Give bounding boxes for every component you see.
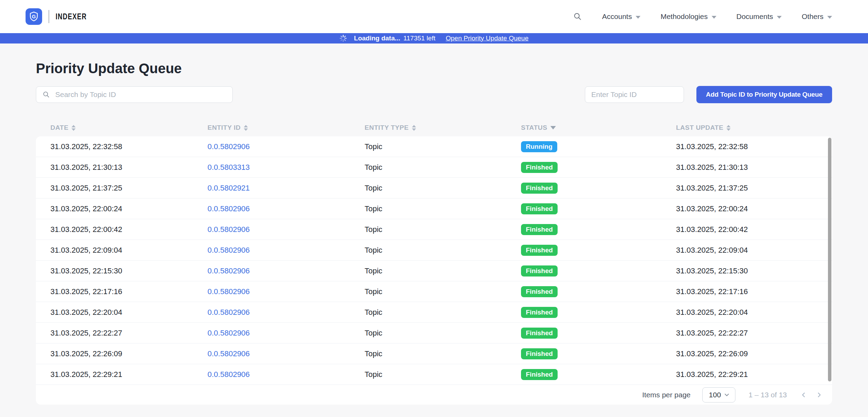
status-badge: Finished: [521, 348, 558, 359]
page-title: Priority Update Queue: [36, 61, 832, 76]
column-label: ENTITY TYPE: [365, 124, 409, 132]
status-badge: Finished: [521, 162, 558, 173]
date-cell: 31.03.2025, 22:15:30: [50, 266, 208, 275]
main-content: Priority Update Queue Add Topic ID to Pr…: [0, 61, 868, 405]
entity-id-link[interactable]: 0.0.5802906: [208, 204, 250, 213]
entity-id-link[interactable]: 0.0.5802906: [208, 329, 250, 337]
brand-divider: [48, 10, 49, 23]
column-label: STATUS: [521, 124, 547, 132]
topic-search-input[interactable]: [55, 90, 226, 99]
status-badge: Finished: [521, 245, 558, 256]
chevron-down-icon: [777, 16, 782, 19]
entity-id-link[interactable]: 0.0.5803313: [208, 163, 250, 172]
queue-table-card: 31.03.2025, 22:32:58 0.0.5802906 Topic R…: [36, 136, 832, 405]
status-badge: Finished: [521, 286, 558, 297]
table-scrollbar[interactable]: [828, 138, 831, 381]
chevron-down-icon: [827, 16, 832, 19]
table-body: 31.03.2025, 22:32:58 0.0.5802906 Topic R…: [36, 136, 832, 385]
entity-id-link[interactable]: 0.0.5802906: [208, 370, 250, 379]
nav-item-documents[interactable]: Documents: [736, 12, 782, 21]
entity-type-cell: Topic: [365, 329, 521, 338]
search-icon: [42, 91, 50, 98]
items-per-page-label: Items per page: [642, 391, 691, 399]
entity-id-link[interactable]: 0.0.5802906: [208, 287, 250, 296]
entity-type-cell: Topic: [365, 204, 521, 213]
topic-search-box[interactable]: [36, 86, 233, 103]
sort-icon: [71, 125, 76, 131]
last-update-cell: 31.03.2025, 22:29:21: [676, 370, 818, 379]
chevron-down-icon: [723, 391, 730, 398]
status-badge: Finished: [521, 203, 558, 214]
entity-id-link[interactable]: 0.0.5802906: [208, 308, 250, 317]
entity-id-link[interactable]: 0.0.5802906: [208, 225, 250, 234]
prev-page-button[interactable]: [799, 390, 809, 400]
entity-id-link[interactable]: 0.0.5802906: [208, 349, 250, 358]
last-update-cell: 31.03.2025, 22:17:16: [676, 287, 818, 296]
table-row: 31.03.2025, 22:15:30 0.0.5802906 Topic F…: [36, 261, 832, 281]
entity-type-cell: Topic: [365, 184, 521, 193]
table-row: 31.03.2025, 22:20:04 0.0.5802906 Topic F…: [36, 302, 832, 323]
enter-topic-id-input[interactable]: [585, 86, 684, 103]
next-page-button[interactable]: [814, 390, 824, 400]
app-logo[interactable]: G: [26, 8, 42, 25]
last-update-cell: 31.03.2025, 22:00:42: [676, 225, 818, 234]
page-size-select[interactable]: 100: [702, 387, 735, 403]
entity-type-cell: Topic: [365, 287, 521, 296]
table-row: 31.03.2025, 22:17:16 0.0.5802906 Topic F…: [36, 281, 832, 302]
status-badge: Finished: [521, 183, 558, 194]
date-cell: 31.03.2025, 22:32:58: [50, 142, 208, 151]
column-header[interactable]: LAST UPDATE: [676, 124, 818, 132]
column-header[interactable]: ENTITY ID: [208, 124, 365, 132]
entity-id-link[interactable]: 0.0.5802906: [208, 246, 250, 254]
entity-type-cell: Topic: [365, 163, 521, 172]
add-topic-button[interactable]: Add Topic ID to Priority Update Queue: [696, 86, 832, 103]
table-row: 31.03.2025, 22:00:42 0.0.5802906 Topic F…: [36, 219, 832, 240]
banner-count-text: 117351 left: [403, 35, 435, 42]
date-cell: 31.03.2025, 22:22:27: [50, 329, 208, 338]
nav-label: Methodologies: [660, 12, 708, 21]
spinner-icon: [339, 35, 347, 42]
nav-label: Others: [802, 12, 823, 21]
entity-type-cell: Topic: [365, 308, 521, 317]
pager: [799, 390, 824, 400]
brand-name: INDEXER: [56, 12, 87, 21]
table-row: 31.03.2025, 22:22:27 0.0.5802906 Topic F…: [36, 323, 832, 343]
loading-banner: Loading data... 117351 left Open Priorit…: [0, 33, 868, 43]
brand: G INDEXER: [26, 8, 95, 25]
table-row: 31.03.2025, 22:29:21 0.0.5802906 Topic F…: [36, 364, 832, 385]
status-badge: Finished: [521, 307, 558, 318]
open-queue-link[interactable]: Open Priority Update Queue: [446, 35, 529, 42]
sort-icon: [244, 125, 248, 131]
nav-item-methodologies[interactable]: Methodologies: [660, 12, 716, 21]
date-cell: 31.03.2025, 22:26:09: [50, 349, 208, 358]
entity-type-cell: Topic: [365, 349, 521, 358]
column-header[interactable]: STATUS: [521, 124, 676, 132]
date-cell: 31.03.2025, 22:29:21: [50, 370, 208, 379]
column-label: LAST UPDATE: [676, 124, 723, 132]
nav-item-accounts[interactable]: Accounts: [602, 12, 640, 21]
column-header[interactable]: DATE: [50, 124, 208, 132]
banner-loading-text: Loading data...: [354, 35, 400, 42]
nav-item-others[interactable]: Others: [802, 12, 832, 21]
chevron-left-icon: [800, 391, 808, 399]
entity-id-link[interactable]: 0.0.5802906: [208, 266, 250, 275]
chevron-down-icon: [712, 16, 716, 19]
shield-g-icon: G: [28, 11, 39, 22]
chevron-right-icon: [815, 391, 823, 399]
search-icon[interactable]: [573, 12, 582, 21]
pagination-range: 1 – 13 of 13: [749, 391, 787, 399]
entity-id-link[interactable]: 0.0.5802921: [208, 184, 250, 192]
last-update-cell: 31.03.2025, 22:09:04: [676, 246, 818, 255]
sort-desc-icon: [550, 126, 556, 129]
last-update-cell: 31.03.2025, 22:22:27: [676, 329, 818, 338]
entity-type-cell: Topic: [365, 225, 521, 234]
last-update-cell: 31.03.2025, 21:30:13: [676, 163, 818, 172]
entity-id-link[interactable]: 0.0.5802906: [208, 142, 250, 151]
sort-icon: [726, 125, 731, 131]
column-label: DATE: [50, 124, 68, 132]
column-header[interactable]: ENTITY TYPE: [365, 124, 521, 132]
nav-label: Documents: [736, 12, 773, 21]
chevron-down-icon: [636, 16, 640, 19]
status-badge: Finished: [521, 224, 558, 235]
entity-type-cell: Topic: [365, 370, 521, 379]
